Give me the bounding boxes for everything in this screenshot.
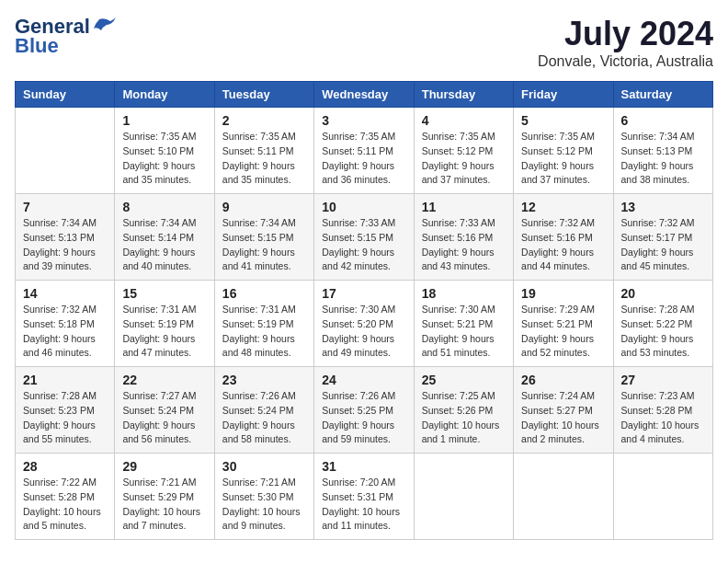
day-number: 8 — [122, 200, 206, 214]
day-number: 29 — [122, 459, 206, 474]
day-number: 18 — [422, 286, 506, 301]
day-detail: Sunrise: 7:34 AMSunset: 5:15 PMDaylight:… — [222, 216, 306, 274]
day-number: 26 — [521, 373, 605, 387]
calendar-week-row: 14Sunrise: 7:32 AMSunset: 5:18 PMDayligh… — [16, 281, 713, 367]
day-number: 10 — [322, 200, 405, 214]
calendar-cell: 22Sunrise: 7:27 AMSunset: 5:24 PMDayligh… — [115, 367, 214, 454]
calendar-cell: 12Sunrise: 7:32 AMSunset: 5:16 PMDayligh… — [514, 194, 613, 281]
calendar-body: 1Sunrise: 7:35 AMSunset: 5:10 PMDaylight… — [16, 108, 713, 540]
calendar-week-row: 21Sunrise: 7:28 AMSunset: 5:23 PMDayligh… — [16, 367, 713, 454]
day-detail: Sunrise: 7:20 AMSunset: 5:31 PMDaylight:… — [322, 476, 405, 534]
col-header-tuesday: Tuesday — [214, 82, 313, 108]
day-detail: Sunrise: 7:30 AMSunset: 5:21 PMDaylight:… — [422, 303, 506, 361]
day-detail: Sunrise: 7:28 AMSunset: 5:23 PMDaylight:… — [23, 389, 107, 447]
day-detail: Sunrise: 7:35 AMSunset: 5:12 PMDaylight:… — [521, 130, 605, 188]
day-number: 30 — [222, 459, 306, 474]
day-number: 13 — [621, 200, 705, 214]
calendar-cell: 18Sunrise: 7:30 AMSunset: 5:21 PMDayligh… — [414, 281, 513, 367]
calendar-cell: 29Sunrise: 7:21 AMSunset: 5:29 PMDayligh… — [115, 454, 214, 540]
day-detail: Sunrise: 7:32 AMSunset: 5:18 PMDaylight:… — [23, 303, 107, 361]
logo: General Blue — [15, 15, 116, 58]
day-detail: Sunrise: 7:29 AMSunset: 5:21 PMDaylight:… — [521, 303, 605, 361]
calendar-header-row: SundayMondayTuesdayWednesdayThursdayFrid… — [16, 82, 713, 108]
calendar-week-row: 28Sunrise: 7:22 AMSunset: 5:28 PMDayligh… — [16, 454, 713, 540]
day-detail: Sunrise: 7:33 AMSunset: 5:15 PMDaylight:… — [322, 216, 405, 274]
calendar-cell — [613, 454, 712, 540]
calendar-cell: 5Sunrise: 7:35 AMSunset: 5:12 PMDaylight… — [514, 108, 613, 194]
day-number: 21 — [23, 373, 107, 387]
day-number: 12 — [521, 200, 605, 214]
calendar-cell: 27Sunrise: 7:23 AMSunset: 5:28 PMDayligh… — [613, 367, 712, 454]
calendar-cell: 10Sunrise: 7:33 AMSunset: 5:15 PMDayligh… — [314, 194, 414, 281]
day-detail: Sunrise: 7:23 AMSunset: 5:28 PMDaylight:… — [621, 389, 705, 447]
day-number: 17 — [322, 286, 405, 301]
day-number: 15 — [122, 286, 206, 301]
day-number: 1 — [122, 113, 206, 128]
day-number: 19 — [521, 286, 605, 301]
page-header: General Blue July 2024 Donvale, Victoria… — [15, 15, 713, 70]
day-number: 14 — [23, 286, 107, 301]
day-number: 22 — [122, 373, 206, 387]
day-detail: Sunrise: 7:31 AMSunset: 5:19 PMDaylight:… — [222, 303, 306, 361]
day-number: 7 — [23, 200, 107, 214]
calendar-cell: 3Sunrise: 7:35 AMSunset: 5:11 PMDaylight… — [314, 108, 414, 194]
day-number: 20 — [621, 286, 705, 301]
day-detail: Sunrise: 7:25 AMSunset: 5:26 PMDaylight:… — [422, 389, 506, 447]
day-detail: Sunrise: 7:26 AMSunset: 5:24 PMDaylight:… — [222, 389, 306, 447]
calendar-cell: 26Sunrise: 7:24 AMSunset: 5:27 PMDayligh… — [514, 367, 613, 454]
month-year-title: July 2024 — [538, 15, 713, 53]
calendar-cell: 2Sunrise: 7:35 AMSunset: 5:11 PMDaylight… — [214, 108, 313, 194]
day-detail: Sunrise: 7:33 AMSunset: 5:16 PMDaylight:… — [422, 216, 506, 274]
day-number: 16 — [222, 286, 306, 301]
day-detail: Sunrise: 7:28 AMSunset: 5:22 PMDaylight:… — [621, 303, 705, 361]
day-detail: Sunrise: 7:35 AMSunset: 5:11 PMDaylight:… — [222, 130, 306, 188]
day-number: 9 — [222, 200, 306, 214]
calendar-cell: 21Sunrise: 7:28 AMSunset: 5:23 PMDayligh… — [16, 367, 115, 454]
day-number: 24 — [322, 373, 405, 387]
day-number: 4 — [422, 113, 506, 128]
col-header-wednesday: Wednesday — [314, 82, 414, 108]
day-number: 28 — [23, 459, 107, 474]
calendar-cell — [514, 454, 613, 540]
calendar-cell: 31Sunrise: 7:20 AMSunset: 5:31 PMDayligh… — [314, 454, 414, 540]
calendar-cell: 25Sunrise: 7:25 AMSunset: 5:26 PMDayligh… — [414, 367, 513, 454]
day-number: 5 — [521, 113, 605, 128]
day-number: 23 — [222, 373, 306, 387]
calendar-table: SundayMondayTuesdayWednesdayThursdayFrid… — [15, 81, 713, 540]
day-detail: Sunrise: 7:30 AMSunset: 5:20 PMDaylight:… — [322, 303, 405, 361]
calendar-cell: 19Sunrise: 7:29 AMSunset: 5:21 PMDayligh… — [514, 281, 613, 367]
calendar-cell: 11Sunrise: 7:33 AMSunset: 5:16 PMDayligh… — [414, 194, 513, 281]
day-detail: Sunrise: 7:35 AMSunset: 5:10 PMDaylight:… — [122, 130, 206, 188]
day-detail: Sunrise: 7:22 AMSunset: 5:28 PMDaylight:… — [23, 476, 107, 534]
calendar-cell: 13Sunrise: 7:32 AMSunset: 5:17 PMDayligh… — [613, 194, 712, 281]
calendar-cell: 16Sunrise: 7:31 AMSunset: 5:19 PMDayligh… — [214, 281, 313, 367]
calendar-cell: 28Sunrise: 7:22 AMSunset: 5:28 PMDayligh… — [16, 454, 115, 540]
day-detail: Sunrise: 7:32 AMSunset: 5:16 PMDaylight:… — [521, 216, 605, 274]
day-number: 27 — [621, 373, 705, 387]
col-header-friday: Friday — [514, 82, 613, 108]
day-detail: Sunrise: 7:34 AMSunset: 5:13 PMDaylight:… — [621, 130, 705, 188]
logo-bird-icon — [92, 17, 116, 38]
calendar-cell: 6Sunrise: 7:34 AMSunset: 5:13 PMDaylight… — [613, 108, 712, 194]
day-detail: Sunrise: 7:21 AMSunset: 5:30 PMDaylight:… — [222, 476, 306, 534]
calendar-week-row: 1Sunrise: 7:35 AMSunset: 5:10 PMDaylight… — [16, 108, 713, 194]
title-block: July 2024 Donvale, Victoria, Australia — [538, 15, 713, 70]
col-header-monday: Monday — [115, 82, 214, 108]
day-detail: Sunrise: 7:34 AMSunset: 5:14 PMDaylight:… — [122, 216, 206, 274]
calendar-cell: 17Sunrise: 7:30 AMSunset: 5:20 PMDayligh… — [314, 281, 414, 367]
day-detail: Sunrise: 7:35 AMSunset: 5:11 PMDaylight:… — [322, 130, 405, 188]
calendar-cell: 20Sunrise: 7:28 AMSunset: 5:22 PMDayligh… — [613, 281, 712, 367]
calendar-cell: 9Sunrise: 7:34 AMSunset: 5:15 PMDaylight… — [214, 194, 313, 281]
day-detail: Sunrise: 7:32 AMSunset: 5:17 PMDaylight:… — [621, 216, 705, 274]
calendar-cell: 1Sunrise: 7:35 AMSunset: 5:10 PMDaylight… — [115, 108, 214, 194]
calendar-cell — [16, 108, 115, 194]
day-number: 3 — [322, 113, 405, 128]
day-number: 31 — [322, 459, 405, 474]
calendar-cell: 15Sunrise: 7:31 AMSunset: 5:19 PMDayligh… — [115, 281, 214, 367]
calendar-cell: 4Sunrise: 7:35 AMSunset: 5:12 PMDaylight… — [414, 108, 513, 194]
calendar-cell: 30Sunrise: 7:21 AMSunset: 5:30 PMDayligh… — [214, 454, 313, 540]
day-detail: Sunrise: 7:24 AMSunset: 5:27 PMDaylight:… — [521, 389, 605, 447]
col-header-sunday: Sunday — [16, 82, 115, 108]
day-detail: Sunrise: 7:31 AMSunset: 5:19 PMDaylight:… — [122, 303, 206, 361]
day-detail: Sunrise: 7:21 AMSunset: 5:29 PMDaylight:… — [122, 476, 206, 534]
